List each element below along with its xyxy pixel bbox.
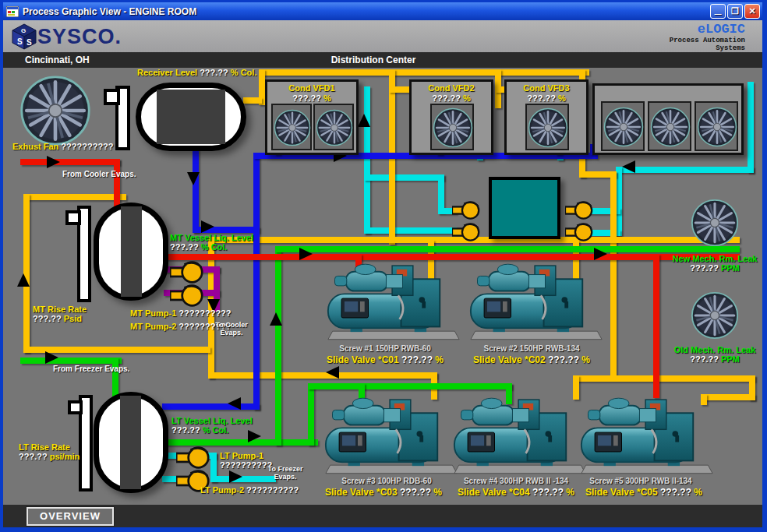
screw2-slide-valve: Slide Valve *C02 ???.?? % — [454, 354, 610, 365]
cond-vfd3-label: Cond VFD3 — [507, 83, 586, 93]
cond-vfd1-value: ???.?? % — [267, 93, 356, 103]
elogic-line2: Systems — [670, 44, 745, 52]
from-freezer-evaps-label: From Freezer Evaps. — [53, 365, 129, 373]
plate-heat-exchanger — [489, 177, 560, 239]
header-band: S S G SYSCO. eLOGIC Process Automation S… — [3, 20, 762, 52]
pipe-segment — [653, 254, 659, 398]
svg-text:S: S — [27, 38, 32, 47]
svg-text:S: S — [17, 37, 23, 46]
svg-text:G: G — [21, 27, 26, 34]
pipe-segment — [112, 358, 118, 398]
pipe-segment — [308, 383, 512, 389]
pipe-segment — [20, 358, 122, 364]
lt-level-fill — [120, 396, 141, 489]
hx-pump-right-2 — [565, 222, 595, 242]
pipe-segment — [438, 174, 444, 213]
mt-vessel-level-label: MT Vessel Liq. Level ???.?? % Col. — [170, 233, 253, 252]
cond-vfd3-value: ???.?? % — [507, 93, 586, 103]
flow-arrow-icon — [228, 397, 241, 410]
pipe-segment — [114, 159, 120, 207]
flow-arrow-icon — [270, 312, 282, 326]
pipe-segment — [389, 86, 409, 93]
pipe-segment — [162, 403, 260, 410]
app-icon — [6, 6, 19, 17]
new-mech-leak-label: New Mech. Rm. Leak ???.?? PPM — [667, 254, 762, 273]
mt-level-fill — [121, 206, 142, 297]
pipe-segment — [748, 82, 754, 173]
pipe-segment — [616, 167, 754, 173]
flow-arrow-icon — [47, 156, 60, 168]
pipe-segment — [165, 439, 318, 446]
hx-pump-left-1 — [452, 200, 482, 220]
screw-compressor-5 — [580, 393, 714, 476]
lt-column-tap — [68, 400, 83, 414]
pipe-segment — [208, 372, 437, 379]
mt-pump-1 — [170, 260, 206, 284]
screw1-name: Screw #1 150HP RWB-60 — [307, 344, 463, 353]
site-city: Cincinnati, OH — [25, 55, 90, 65]
flow-arrow-icon — [358, 114, 370, 127]
app-window: Process Graphic View - ENGINE ROOM — ❐ ✕… — [0, 0, 767, 532]
receiver-column-tap — [104, 89, 120, 105]
condenser-vfd2: Cond VFD2 ???.?? % — [409, 79, 493, 155]
screw-compressor-4 — [453, 393, 587, 476]
sysco-logo: S S G SYSCO. — [11, 23, 122, 50]
pipe-segment — [275, 246, 740, 252]
exhaust-fan-label: Exhust Fan ?????????? — [12, 142, 114, 151]
flow-arrow-icon — [45, 351, 58, 364]
exhaust-fan-icon — [19, 75, 91, 146]
condenser-vfd1: Cond VFD1 ???.?? % — [265, 79, 359, 155]
pipe-segment — [193, 149, 199, 233]
screw-compressor-3 — [324, 393, 458, 476]
new-mech-room-fan-icon — [691, 199, 739, 247]
lt-rise-rate-label: LT Rise Rate ???.?? psi/min — [19, 442, 80, 461]
flow-arrow-icon — [299, 248, 313, 260]
pipe-segment — [364, 86, 370, 234]
condenser-bank-right — [592, 83, 744, 155]
pipe-segment — [576, 375, 755, 382]
receiver-level-fill — [157, 90, 225, 144]
sysco-wordmark: SYSCO. — [37, 25, 122, 49]
elogic-line1: Process Automation — [670, 37, 745, 44]
close-button[interactable]: ✕ — [744, 4, 760, 19]
navigation-bar: OVERVIEW — [3, 505, 762, 530]
cond-vfd1-label: Cond VFD1 — [267, 83, 356, 93]
pipe-segment — [616, 167, 622, 236]
flow-arrow-icon — [594, 248, 607, 260]
pipe-segment — [253, 153, 260, 410]
overview-button[interactable]: OVERVIEW — [27, 507, 114, 526]
screw1-slide-valve: Slide Valve *C01 ???.?? % — [307, 354, 463, 365]
pipe-segment — [610, 171, 617, 375]
minimize-button[interactable]: — — [710, 4, 726, 19]
screw-compressor-1 — [327, 259, 461, 342]
window-title: Process Graphic View - ENGINE ROOM — [23, 6, 196, 17]
flow-arrow-icon — [17, 273, 30, 287]
screw-compressor-2 — [469, 259, 603, 342]
site-name: Distribution Center — [268, 55, 479, 65]
screw5-name: Screw #5 300HP RWB II-134 — [563, 477, 719, 485]
old-mech-room-fan-icon — [691, 291, 739, 340]
flow-arrow-icon — [622, 160, 635, 173]
screw5-slide-valve: Slide Valve *C05 ???.?? % — [566, 487, 722, 498]
mt-pump-2 — [170, 284, 206, 308]
cond-vfd2-label: Cond VFD2 — [412, 83, 491, 93]
to-freezer-evaps-label: To FreezerEvaps. — [257, 465, 313, 481]
pipe-segment — [27, 194, 126, 200]
elogic-brand: eLOGIC Process Automation Systems — [670, 22, 745, 52]
location-banner: Cincinnati, OH Distribution Center — [3, 52, 762, 68]
mt-column-tap — [65, 210, 81, 225]
pipe-segment — [364, 174, 444, 181]
mt-pump1-label: MT Pump-1 ?????????? — [130, 308, 232, 318]
title-bar[interactable]: Process Graphic View - ENGINE ROOM — ❐ ✕ — [3, 2, 762, 20]
elogic-name: eLOGIC — [670, 22, 745, 37]
flow-arrow-icon — [326, 366, 339, 379]
maximize-button[interactable]: ❐ — [727, 4, 743, 19]
mt-rise-rate-label: MT Rise Rate ???.?? Psid — [33, 305, 87, 323]
cond-vfd2-value: ???.?? % — [412, 93, 491, 103]
pipe-segment — [275, 246, 281, 446]
pipe-segment — [364, 227, 457, 234]
lt-vessel-level-label: LT Vessel Liq. Level ???.?? % Col. — [171, 416, 253, 435]
from-cooler-evaps-label: From Cooler Evaps. — [62, 170, 136, 178]
flow-arrow-icon — [201, 220, 214, 233]
old-mech-leak-label: Old Mech. Rm. Leak ???.?? PPM — [667, 345, 762, 364]
